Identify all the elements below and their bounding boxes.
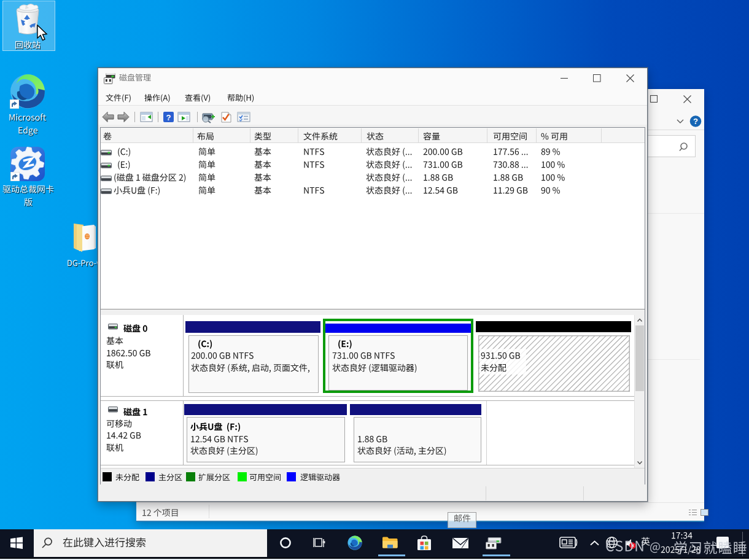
svg-text:?: ? [693, 117, 698, 126]
svg-text:?: ? [166, 113, 171, 122]
